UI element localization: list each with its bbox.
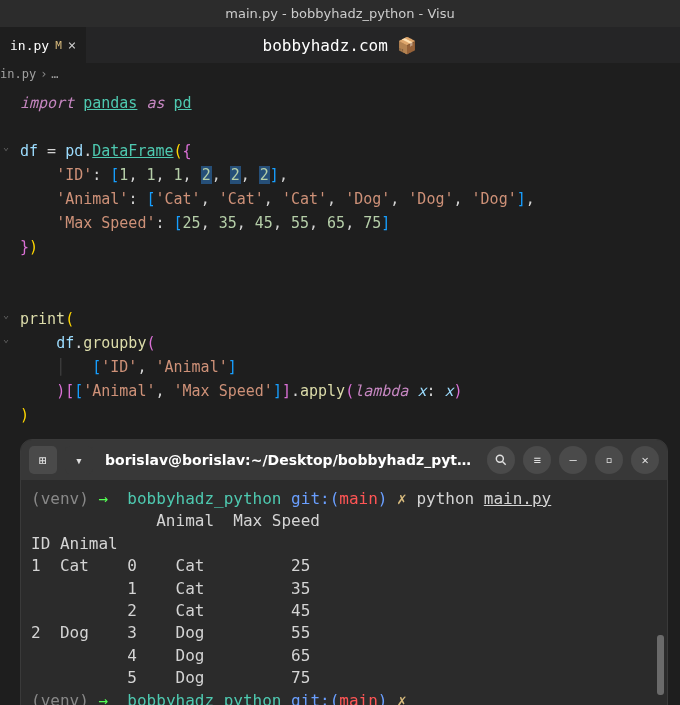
output-index-header: ID Animal (31, 533, 657, 555)
close-icon[interactable]: ✕ (631, 446, 659, 474)
terminal-titlebar: ⊞ ▾ borislav@borislav:~/Desktop/bobbyhad… (21, 440, 667, 480)
dropdown-button[interactable]: ▾ (65, 446, 93, 474)
overlay-text: bobbyhadz.com (263, 36, 388, 55)
new-tab-button[interactable]: ⊞ (29, 446, 57, 474)
breadcrumb-file: in.py (0, 67, 36, 81)
output-row: 1 Cat 0 Cat 25 (31, 555, 657, 577)
terminal-output[interactable]: (venv) → bobbyhadz_python git:(main) ✗ p… (21, 480, 667, 705)
output-header: Animal Max Speed (31, 510, 657, 532)
fold-caret-icon[interactable]: ⌄ (3, 307, 9, 323)
tab-modified-indicator: M (55, 39, 62, 52)
svg-line-1 (502, 461, 505, 464)
site-overlay-label: bobbyhadz.com 📦 (263, 36, 418, 55)
breadcrumb[interactable]: in.py › … (0, 63, 680, 85)
output-row: 2 Cat 45 (31, 600, 657, 622)
window-title: main.py - bobbyhadz_python - Visu (0, 0, 680, 27)
editor-area[interactable]: import pandas as pd ⌄df = pd.DataFrame({… (0, 85, 680, 427)
output-row: 2 Dog 3 Dog 55 (31, 622, 657, 644)
tab-bar: in.py M × bobbyhadz.com 📦 (0, 27, 680, 63)
package-icon: 📦 (397, 36, 417, 55)
svg-point-0 (496, 455, 503, 462)
fold-caret-icon[interactable]: ⌄ (3, 139, 9, 155)
maximize-icon[interactable]: ▫ (595, 446, 623, 474)
output-row: 5 Dog 75 (31, 667, 657, 689)
fold-caret-icon[interactable]: ⌄ (3, 331, 9, 347)
terminal-title: borislav@borislav:~/Desktop/bobbyhadz_py… (101, 452, 479, 468)
output-row: 1 Cat 35 (31, 578, 657, 600)
minimize-icon[interactable]: – (559, 446, 587, 474)
scrollbar[interactable] (657, 635, 664, 695)
close-icon[interactable]: × (68, 37, 76, 53)
terminal-window: ⊞ ▾ borislav@borislav:~/Desktop/bobbyhad… (20, 439, 668, 705)
tab-main-py[interactable]: in.py M × (0, 27, 86, 63)
breadcrumb-more: … (51, 67, 58, 81)
menu-icon[interactable]: ≡ (523, 446, 551, 474)
tab-filename: in.py (10, 38, 49, 53)
breadcrumb-separator: › (40, 67, 47, 81)
search-icon[interactable] (487, 446, 515, 474)
output-row: 4 Dog 65 (31, 645, 657, 667)
